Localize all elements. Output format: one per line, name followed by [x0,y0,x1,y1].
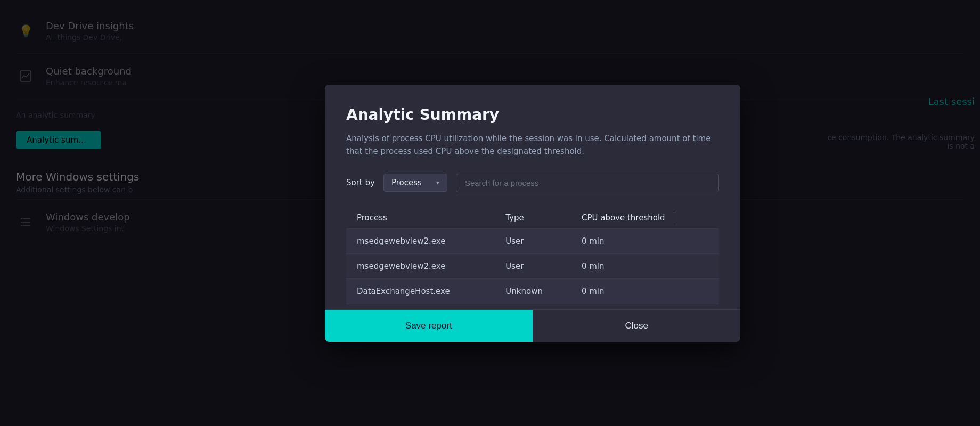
sort-label: Sort by [346,178,375,187]
cell-type-3: Unknown [495,279,571,304]
process-table: Process Type CPU above threshold [346,207,719,304]
table-row: msedgewebview2.exe User 0 min [346,229,719,254]
table-row: DataExchangeHost.exe Unknown 0 min [346,279,719,304]
cell-cpu-3: 0 min [571,279,719,304]
save-report-button[interactable]: Save report [325,310,533,342]
cell-process-3: DataExchangeHost.exe [346,279,495,304]
table-row: msedgewebview2.exe User 0 min [346,254,719,279]
controls-row: Sort by Process ▾ [346,174,719,192]
col-header-cpu[interactable]: CPU above threshold [571,207,719,229]
table-header-row: Process Type CPU above threshold [346,207,719,229]
table-body: msedgewebview2.exe User 0 min msedgewebv… [346,229,719,304]
col-header-process: Process [346,207,495,229]
modal-title: Analytic Summary [346,106,719,124]
process-table-container: Process Type CPU above threshold [346,207,719,304]
cell-process-1: msedgewebview2.exe [346,229,495,254]
search-input[interactable] [456,174,719,192]
sort-dropdown[interactable]: Process ▾ [383,174,447,192]
search-wrapper [456,174,719,192]
cell-type-1: User [495,229,571,254]
cell-process-2: msedgewebview2.exe [346,254,495,279]
close-button[interactable]: Close [533,310,741,342]
cell-cpu-1: 0 min [571,229,719,254]
col-sort-divider [674,212,674,223]
col-header-type: Type [495,207,571,229]
analytic-summary-modal: Analytic Summary Analysis of process CPU… [325,85,740,342]
chevron-down-icon: ▾ [436,179,439,186]
sort-value: Process [391,178,422,187]
modal-overlay: Analytic Summary Analysis of process CPU… [0,0,980,426]
cell-cpu-2: 0 min [571,254,719,279]
modal-footer: Save report Close [325,309,740,342]
modal-description: Analysis of process CPU utilization whil… [346,132,719,158]
cell-type-2: User [495,254,571,279]
